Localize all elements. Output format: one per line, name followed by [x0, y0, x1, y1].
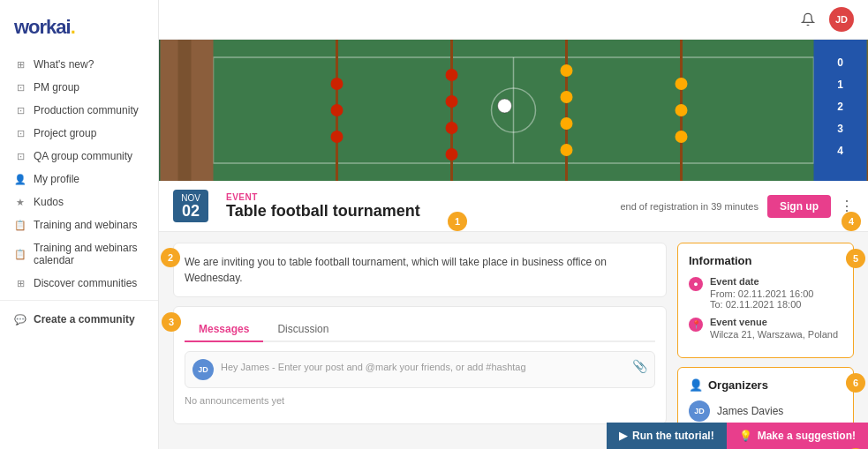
step-badge-5: 5 — [846, 249, 865, 268]
calendar-icon: 📋 — [14, 248, 26, 260]
svg-text:0: 0 — [837, 56, 843, 69]
logo-text: workai — [14, 16, 71, 38]
sidebar-item-production-community[interactable]: ⊡ Production community — [0, 99, 158, 122]
left-column: 2 We are inviting you to table football … — [173, 243, 667, 449]
svg-text:3: 3 — [837, 123, 843, 135]
svg-point-18 — [561, 117, 573, 130]
svg-point-12 — [446, 95, 458, 108]
messages-card: 3 Messages Discussion JD Hey James - Ent… — [173, 306, 667, 424]
message-input-area: JD Hey James - Enter your post and @mark… — [185, 351, 655, 388]
svg-point-17 — [561, 91, 573, 103]
sidebar-item-training-webinars[interactable]: 📋 Training and webinars — [0, 213, 158, 236]
topbar: JD — [159, 0, 868, 40]
event-header-right: end of registration in 39 minutes Sign u… — [620, 195, 854, 218]
sidebar-item-whats-new[interactable]: ⊞ What's new? — [0, 53, 158, 76]
event-day: 02 — [182, 203, 200, 219]
organizers-icon: 👤 — [689, 378, 703, 392]
sidebar-item-label: PM group — [34, 81, 79, 94]
step-badge-4: 4 — [842, 212, 861, 231]
sidebar-item-label: My profile — [34, 173, 79, 185]
svg-point-11 — [446, 69, 458, 81]
star-icon: ★ — [14, 196, 26, 208]
message-tabs: Messages Discussion — [185, 318, 655, 342]
organizers-title: Organizers — [708, 378, 768, 392]
sidebar-item-label: Kudos — [34, 196, 64, 208]
svg-rect-31 — [178, 40, 192, 181]
message-placeholder[interactable]: Hey James - Enter your post and @mark yo… — [221, 359, 625, 375]
event-venue-info: Event venue Wilcza 21, Warszawa, Poland — [710, 317, 838, 340]
tab-discussion[interactable]: Discussion — [263, 318, 343, 342]
sidebar-item-label: Project group — [34, 127, 96, 139]
notification-bell-button[interactable] — [796, 7, 820, 32]
bottom-action-bar: ▶ Run the tutorial! 💡 Make a suggestion! — [607, 423, 868, 449]
two-column-layout: 2 We are inviting you to table football … — [159, 232, 868, 449]
sidebar-item-kudos[interactable]: ★ Kudos — [0, 191, 158, 213]
event-date-label: Event date — [710, 276, 813, 287]
hero-image: 0 1 2 3 4 — [159, 40, 868, 181]
attach-icon[interactable]: 📎 — [632, 359, 647, 373]
sidebar-item-label: Training and webinars — [34, 219, 138, 231]
svg-text:4: 4 — [837, 145, 843, 157]
sidebar-item-pm-group[interactable]: ⊡ PM group — [0, 76, 158, 99]
group-icon: ⊡ — [14, 81, 26, 94]
svg-point-21 — [676, 78, 688, 90]
event-venue-row: 📍 Event venue Wilcza 21, Warszawa, Polan… — [689, 317, 842, 340]
create-community-button[interactable]: 💬 Create a community — [0, 306, 158, 333]
make-suggestion-button[interactable]: 💡 Make a suggestion! — [727, 423, 868, 449]
right-column: 5 Information ● Event date From: 02.11.2… — [677, 243, 854, 449]
event-title: Table football tournament — [226, 202, 420, 221]
information-title: Information — [689, 254, 842, 267]
suggest-label: Make a suggestion! — [758, 430, 856, 442]
run-tutorial-label: Run the tutorial! — [632, 430, 714, 442]
logo-dot: . — [71, 16, 75, 38]
svg-text:2: 2 — [837, 101, 843, 113]
svg-point-22 — [676, 104, 688, 116]
sidebar: workai. ⊞ What's new? ⊡ PM group ⊡ Produ… — [0, 0, 159, 449]
run-tutorial-button[interactable]: ▶ Run the tutorial! — [607, 423, 727, 449]
group-icon: ⊡ — [14, 104, 26, 116]
sidebar-item-qa-group[interactable]: ⊡ QA group community — [0, 145, 158, 168]
main-content: JD — [159, 0, 868, 449]
signup-button[interactable]: Sign up — [767, 195, 831, 218]
message-user-avatar: JD — [192, 359, 214, 380]
svg-point-8 — [331, 104, 343, 116]
svg-point-7 — [331, 78, 343, 90]
no-announcements-text: No announcements yet — [185, 388, 655, 413]
sidebar-item-discover-communities[interactable]: ⊞ Discover communities — [0, 272, 158, 295]
event-date-info: Event date From: 02.11.2021 16:00 To: 02… — [710, 276, 813, 310]
svg-point-16 — [561, 64, 573, 77]
sidebar-item-training-calendar[interactable]: 📋 Training and webinars calendar — [0, 236, 158, 272]
description-card: We are inviting you to table football to… — [173, 243, 667, 297]
tab-messages[interactable]: Messages — [185, 318, 263, 342]
event-title-block: EVENT Table football tournament — [226, 192, 420, 221]
registration-countdown: end of registration in 39 minutes — [620, 201, 759, 212]
venue-value: Wilcza 21, Warszawa, Poland — [710, 329, 838, 340]
organizer-name: James Davies — [717, 405, 783, 417]
event-from: From: 02.11.2021 16:00 — [710, 288, 813, 299]
step-badge-1: 1 — [448, 212, 467, 231]
person-icon: 👤 — [14, 173, 26, 185]
event-date-row: ● Event date From: 02.11.2021 16:00 To: … — [689, 276, 842, 310]
sidebar-item-label: What's new? — [34, 58, 94, 71]
group-icon: ⊡ — [14, 127, 26, 139]
step-badge-3: 3 — [162, 312, 181, 332]
svg-point-19 — [561, 144, 573, 156]
sidebar-divider — [0, 300, 158, 301]
information-card: 5 Information ● Event date From: 02.11.2… — [677, 243, 854, 358]
sidebar-item-my-profile[interactable]: 👤 My profile — [0, 168, 158, 191]
venue-label: Event venue — [710, 317, 838, 327]
hero-container: 0 1 2 3 4 1 4 — [159, 40, 868, 181]
create-community-label: Create a community — [34, 313, 135, 326]
sidebar-item-label: Discover communities — [34, 277, 137, 289]
svg-point-14 — [446, 148, 458, 161]
date-icon: ● — [689, 277, 703, 291]
step-badge-6: 6 — [846, 373, 865, 393]
sidebar-item-project-group[interactable]: ⊡ Project group — [0, 122, 158, 145]
event-header-bar: NOV 02 EVENT Table football tournament e… — [159, 181, 868, 232]
sidebar-item-label: Training and webinars calendar — [34, 242, 144, 266]
chat-icon: 💬 — [14, 313, 26, 326]
svg-point-9 — [331, 131, 343, 143]
user-avatar[interactable]: JD — [829, 7, 854, 32]
event-to: To: 02.11.2021 18:00 — [710, 299, 813, 310]
event-date-box: NOV 02 — [173, 190, 208, 222]
